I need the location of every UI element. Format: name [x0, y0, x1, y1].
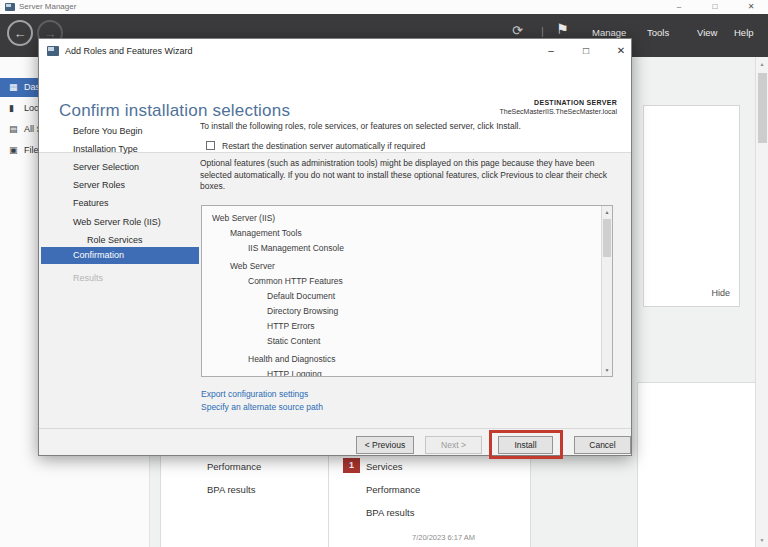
- selections-tree-list: Web Server (IIS) Management Tools IIS Ma…: [202, 211, 600, 377]
- wizard-titlebar[interactable]: Add Roles and Features Wizard – □ ✕: [39, 39, 631, 63]
- window-scrollbar[interactable]: ▲ ▼: [755, 57, 768, 547]
- intro-text: To install the following roles, role ser…: [200, 121, 521, 131]
- window-minimize-icon[interactable]: –: [668, 1, 690, 13]
- local-server-icon: ▮: [9, 103, 19, 114]
- tree-item[interactable]: Default Document: [202, 289, 600, 304]
- wizard-step-results: Results: [41, 270, 199, 287]
- services-alert-badge[interactable]: 1: [343, 458, 360, 473]
- destination-server-label: DESTINATION SERVER: [500, 99, 618, 106]
- wizard-step-confirmation[interactable]: Confirmation: [41, 247, 199, 264]
- scroll-down-icon[interactable]: ▼: [756, 537, 768, 543]
- list-item-performance-2[interactable]: Performance: [366, 484, 420, 495]
- restart-checkbox[interactable]: [206, 141, 215, 150]
- all-servers-icon: ▤: [9, 124, 19, 135]
- hide-button[interactable]: Hide: [711, 288, 730, 298]
- wizard-step-server-roles[interactable]: Server Roles: [41, 177, 199, 194]
- install-button[interactable]: Install: [498, 436, 553, 454]
- server-manager-window: Server Manager – □ ✕ ← → Server Manager›…: [0, 0, 768, 547]
- wizard-close-icon[interactable]: ✕: [607, 39, 635, 62]
- tree-item[interactable]: HTTP Logging: [202, 367, 600, 377]
- window-close-icon[interactable]: ✕: [740, 1, 762, 13]
- menu-manage[interactable]: Manage: [592, 27, 626, 38]
- wizard-minimize-icon[interactable]: –: [537, 39, 565, 62]
- tree-scroll-down-icon[interactable]: ▼: [602, 367, 612, 373]
- tree-item[interactable]: Health and Diagnostics: [202, 352, 600, 367]
- restart-checkbox-label[interactable]: Restart the destination server automatic…: [222, 141, 425, 151]
- file-storage-icon: ▣: [9, 145, 19, 156]
- cancel-button[interactable]: Cancel: [574, 436, 631, 454]
- tree-scrollbar-thumb[interactable]: [603, 219, 611, 257]
- tree-item[interactable]: Directory Browsing: [202, 304, 600, 319]
- wizard-maximize-icon[interactable]: □: [572, 39, 600, 62]
- scrollbar-thumb[interactable]: [758, 73, 767, 143]
- add-roles-wizard-dialog: Add Roles and Features Wizard – □ ✕ Conf…: [38, 38, 632, 456]
- menu-view[interactable]: View: [697, 27, 717, 38]
- previous-button[interactable]: < Previous: [356, 436, 414, 454]
- list-item-bpa-results[interactable]: BPA results: [207, 484, 255, 495]
- tree-item[interactable]: HTTP Errors: [202, 319, 600, 334]
- window-title: Server Manager: [19, 2, 76, 11]
- roles-panel: Hide: [643, 105, 740, 307]
- footer-separator: [39, 428, 631, 429]
- menu-help[interactable]: Help: [734, 27, 754, 38]
- tree-item[interactable]: Management Tools: [202, 226, 600, 241]
- tree-item[interactable]: Static Content: [202, 334, 600, 349]
- list-item-bpa-results-2[interactable]: BPA results: [366, 507, 414, 518]
- dashboard-tile-3: [637, 382, 756, 547]
- menu-tools[interactable]: Tools: [647, 27, 669, 38]
- optional-features-note: Optional features (such as administratio…: [200, 158, 624, 193]
- dashboard-grid-icon: ▦: [9, 82, 19, 93]
- confirmation-content: To install the following roles, role ser…: [200, 115, 625, 457]
- export-configuration-link[interactable]: Export configuration settings: [201, 389, 308, 399]
- tile-timestamp: 7/20/2023 6:17 AM: [412, 533, 475, 542]
- server-manager-icon: [5, 3, 15, 11]
- tree-item[interactable]: Web Server (IIS): [202, 211, 600, 226]
- tree-scroll-up-icon[interactable]: ▲: [602, 209, 612, 215]
- notifications-flag-icon[interactable]: ⚑: [556, 21, 569, 37]
- wizard-step-installation-type[interactable]: Installation Type: [41, 141, 199, 158]
- next-button: Next >: [425, 436, 482, 454]
- scroll-up-icon[interactable]: ▲: [756, 61, 768, 67]
- window-maximize-icon[interactable]: □: [704, 1, 726, 13]
- tree-item[interactable]: Web Server: [202, 259, 600, 274]
- alternate-source-path-link[interactable]: Specify an alternate source path: [201, 402, 323, 412]
- wizard-icon: [47, 46, 59, 56]
- tree-item[interactable]: Common HTTP Features: [202, 274, 600, 289]
- separator-icon: |: [541, 25, 544, 37]
- selections-tree[interactable]: Web Server (IIS) Management Tools IIS Ma…: [201, 205, 613, 377]
- wizard-body: Before You Begin Installation Type Serve…: [39, 115, 631, 457]
- destination-server-block: DESTINATION SERVER TheSecMasterIIS.TheSe…: [500, 99, 618, 115]
- wizard-step-web-server-role[interactable]: Web Server Role (IIS): [41, 214, 199, 231]
- server-manager-titlebar: Server Manager – □ ✕: [0, 0, 768, 14]
- destination-server-name: TheSecMasterIIS.TheSecMaster.local: [500, 108, 618, 115]
- wizard-step-features[interactable]: Features: [41, 195, 199, 212]
- tree-item[interactable]: IIS Management Console: [202, 241, 600, 256]
- list-item-performance[interactable]: Performance: [207, 461, 261, 472]
- list-item-services[interactable]: Services: [366, 461, 402, 472]
- wizard-step-before-you-begin[interactable]: Before You Begin: [41, 123, 199, 140]
- refresh-icon[interactable]: ⟳: [512, 23, 523, 38]
- tree-scrollbar[interactable]: ▲ ▼: [601, 206, 612, 376]
- wizard-title: Add Roles and Features Wizard: [65, 46, 193, 56]
- wizard-step-server-selection[interactable]: Server Selection: [41, 159, 199, 176]
